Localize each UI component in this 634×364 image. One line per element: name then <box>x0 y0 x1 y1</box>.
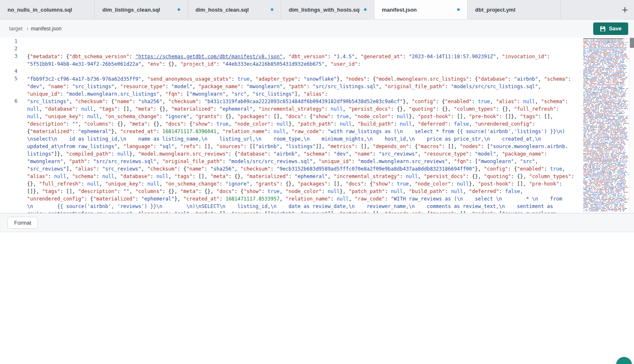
code-text: "5f51bb91-94b8-4e31-94f2-26b5e061d22a", … <box>27 61 361 67</box>
tab-label: dim_listings_clean.sql <box>102 7 160 13</box>
scrollbar-thumb[interactable] <box>630 38 634 48</box>
code-row: "5f51bb91-94b8-4e31-94f2-26b5e061d22a", … <box>0 60 634 67</box>
code-text: "alias": null, "schema": null, "database… <box>27 173 574 179</box>
code-text: "unique_id": "model.mwonglearn.src_listi… <box>27 91 328 97</box>
tab-label: dbt_project.yml <box>475 7 515 13</box>
tab-label: dim_listings_with_hosts.sql <box>289 7 360 13</box>
line-number: 1 <box>0 37 17 45</box>
code-row: []}, "tags": [], "description": "", "col… <box>0 187 634 195</box>
code-text: updated_at\nfrom raw_listings", "languag… <box>27 144 568 149</box>
tab-dim-hosts-clean-sql[interactable]: dim_hosts_clean.sql <box>188 0 281 19</box>
minimap[interactable] <box>582 37 629 213</box>
unsaved-dot-icon <box>457 8 460 11</box>
code-text: {"metadata": {"dbt_schema_version": "htt… <box>27 54 550 59</box>
save-button-label: Save <box>609 25 622 32</box>
code-text: "mwonglearn", "path": "src/src_reviews.s… <box>27 158 538 164</box>
code-row: \n {{ source('airbnb', 'reviews') }}\n \… <box>0 202 634 210</box>
code-text: {}, "full_refresh": null, "unique_key": … <box>27 181 562 187</box>
code-row: 3{"metadata": {"dbt_schema_version": "ht… <box>0 52 634 60</box>
chevron-right-icon: › <box>27 25 28 32</box>
code-row: {}, "full_refresh": null, "unique_key": … <box>0 180 634 187</box>
editor-action-bar: Format <box>0 213 634 232</box>
tab-label: manifest.json <box>382 7 417 13</box>
code-text: review_sentiment\nfrom raw_reviews", "la… <box>27 211 559 213</box>
code-text: \nselect\n id as listing_id,\n name as l… <box>27 136 541 142</box>
code-text: "src_reviews"], "alias": "src_reviews", … <box>27 166 565 172</box>
code-row: 6"src_listings", "checksum": {"name": "s… <box>0 97 634 105</box>
tab-bar-spacer <box>561 0 616 19</box>
unsaved-dot-icon <box>364 8 367 11</box>
code-row: "unique_id": "model.mwonglearn.src_listi… <box>0 90 634 97</box>
line-number: 4 <box>0 67 17 75</box>
format-button[interactable]: Format <box>7 217 38 229</box>
code-row: "mwonglearn", "path": "src/src_reviews.s… <box>0 157 634 165</box>
line-number: 6 <box>0 97 17 105</box>
new-tab-button[interactable]: + <box>616 0 634 19</box>
line-number: 3 <box>0 52 17 60</box>
plus-icon: + <box>622 4 628 15</box>
code-row: updated_at\nfrom raw_listings", "languag… <box>0 142 634 150</box>
tab-bar: no_nulls_in_columns.sql dim_listings_cle… <box>0 0 634 20</box>
line-number: 5 <box>0 75 17 82</box>
code-row: null, "database": null, "tags": [], "met… <box>0 105 634 112</box>
code-row: null, "unique_key": null, "on_schema_cha… <box>0 112 634 120</box>
code-row: 5"fbb9f3c2-cf96-4a17-b736-976a62d35ff9",… <box>0 75 634 82</box>
code-text: "src_listings", "checksum": {"name": "sh… <box>27 99 568 104</box>
code-text: "description": "", "columns": {}, "meta"… <box>27 121 535 127</box>
code-row: "description": "", "columns": {}, "meta"… <box>0 120 634 127</box>
tab-dim-listings-with-hosts-sql[interactable]: dim_listings_with_hosts.sql <box>281 0 374 19</box>
results-pane <box>0 232 634 364</box>
code-text: "fbb9f3c2-cf96-4a17-b736-976a62d35ff9", … <box>27 76 571 82</box>
code-text: null, "database": null, "tags": [], "met… <box>27 106 559 112</box>
unsaved-dot-icon <box>178 8 180 11</box>
line-number: 2 <box>0 45 17 52</box>
tab-no-nulls-in-columns-sql[interactable]: no_nulls_in_columns.sql <box>0 0 95 19</box>
tab-label: dim_hosts_clean.sql <box>196 7 249 13</box>
tab-dim-listings-clean-sql[interactable]: dim_listings_clean.sql <box>95 0 188 19</box>
breadcrumb-bar: target › manifest.json Save <box>0 20 634 37</box>
code-row: 4 <box>0 67 634 75</box>
code-row: 1 <box>0 37 634 45</box>
code-row: review_sentiment\nfrom raw_reviews", "la… <box>0 210 634 213</box>
code-text: \n {{ source('airbnb', 'reviews') }}\n \… <box>27 203 553 209</box>
code-editor[interactable]: 123{"metadata": {"dbt_schema_version": "… <box>0 37 634 213</box>
code-text: []}, "tags": [], "description": "", "col… <box>27 188 523 194</box>
code-text: listings"]}, "compiled_path": null}, "mo… <box>27 151 547 157</box>
save-button[interactable]: Save <box>593 22 628 35</box>
code-text: null, "unique_key": null, "on_schema_cha… <box>27 114 553 119</box>
tab-label: no_nulls_in_columns.sql <box>7 7 72 13</box>
code-row: listings"]}, "compiled_path": null}, "mo… <box>0 150 634 157</box>
vertical-scrollbar[interactable] <box>629 37 634 213</box>
code-text: "unrendered_config": {"materialized": "e… <box>27 196 562 202</box>
tab-manifest-json[interactable]: manifest.json <box>374 0 468 19</box>
code-row: \nselect\n id as listing_id,\n name as l… <box>0 135 634 142</box>
unsaved-dot-icon <box>271 8 273 11</box>
code-row: 2 <box>0 45 634 52</box>
code-text: "dev", "name": "src_listings", "resource… <box>27 84 541 89</box>
code-row: "src_reviews"], "alias": "src_reviews", … <box>0 165 634 172</box>
code-row: {"materialized": "ephemeral"}, "created_… <box>0 127 634 135</box>
code-text: {"materialized": "ephemeral"}, "created_… <box>27 129 565 134</box>
breadcrumb-file: manifest.json <box>31 26 62 32</box>
tab-dbt-project-yml[interactable]: dbt_project.yml <box>468 0 561 19</box>
code-row: "dev", "name": "src_listings", "resource… <box>0 82 634 90</box>
ide-window: no_nulls_in_columns.sql dim_listings_cle… <box>0 0 634 364</box>
code-row: "unrendered_config": {"materialized": "e… <box>0 195 634 202</box>
code-lines: 123{"metadata": {"dbt_schema_version": "… <box>0 37 634 213</box>
save-floppy-icon <box>600 26 606 32</box>
code-row: "alias": null, "schema": null, "database… <box>0 172 634 180</box>
breadcrumb-folder: target <box>9 26 22 32</box>
